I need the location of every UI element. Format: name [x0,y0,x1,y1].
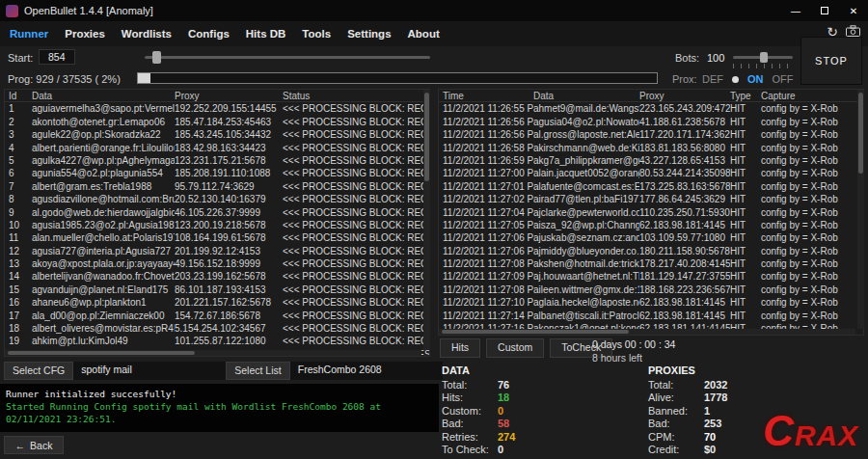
stat-credit: Credit:$0 [648,444,727,457]
title-bar: OpenBullet 1.4.4 [Anomaly] — ✕ [0,0,868,21]
proxy-mode-off[interactable]: OFF [773,73,794,85]
table-header: TimeDataProxyTypeCapture [439,90,863,102]
hits-table: TimeDataProxyTypeCapture11/2/2021 11:26:… [438,89,864,336]
table-row[interactable]: 11/2/2021 11:26:56 PMagusia04@o2.pl:Nowa… [439,116,863,128]
table-row[interactable]: 11/2/2021 11:27:06 PMajmiddy@blueyonder.… [439,245,863,257]
progress-label: Prog: 929 / 37535 ( 2%) [8,73,121,85]
table-row[interactable]: 2akontoth@otenet.gr:Lemapo06185.47.184.2… [5,116,429,128]
minimize-icon[interactable]: — [781,0,810,21]
table-row[interactable]: 11/2/2021 11:26:55 PMahmet9@mail.de:Wang… [439,102,863,115]
table-row[interactable]: 11/2/2021 11:26:58 PMakirschmann@web.de:… [439,142,863,154]
proxy-mode-def[interactable]: DEF [702,73,723,85]
table-row[interactable]: 11/2/2021 11:27:01 PMalafuente@comcast.e… [439,180,863,193]
menu-item-wordlists[interactable]: Wordlists [122,28,172,40]
table-row[interactable]: 1aguiavermelha3@sapo.pt:Vermelha...192.2… [5,102,429,115]
left-table-hscroll-thumb[interactable] [8,351,195,355]
back-button-label: Back [30,440,52,451]
table-row[interactable]: 11/2/2021 11:27:08 PMaileen.wittmer@gmx.… [439,284,863,296]
table-row[interactable]: 11/2/2021 11:27:05 PMaisza_92@wp.pl:Chan… [439,219,863,231]
runner-bots-table: IdDataProxyStatus1aguiavermelha3@sapo.pt… [4,89,430,357]
table-row[interactable]: 13akoya@xpost.plala.or.jp:ayayaay449.156… [5,257,429,270]
hits-table-vertical-scrollbar[interactable] [857,90,864,329]
stop-button[interactable]: STOP [800,37,862,85]
table-row[interactable]: 18albert_oliveres@movistar.es:pR4MIt5.15… [5,322,429,335]
table-row[interactable]: 17ala_d00@op.pl:Ziemniaczek00154.72.67.1… [5,310,429,322]
table-row[interactable]: 15agvanduijn@planet.nl:Eland17586.101.18… [5,284,429,296]
table-row[interactable]: 11/2/2021 11:27:10 PMaglaia.heckel@lapos… [439,296,863,309]
table-row[interactable]: 11/2/2021 11:26:59 PMakg7a_philippkramer… [439,154,863,167]
bots-slider-thumb[interactable] [760,52,768,63]
bots-slider-ticks [733,64,793,68]
selected-config-value[interactable]: spotify mail [73,362,226,380]
table-row[interactable]: 4albert.parienti@orange.fr:Liloulilou118… [5,142,429,154]
stat-total: Total:2032 [648,379,727,392]
progress-bar-fill [138,73,150,83]
bots-slider[interactable] [733,56,793,59]
table-row[interactable]: 11/2/2021 11:27:09 PMaj.houwaart@hetnet.… [439,270,863,283]
stat-custom: Custom:0 [442,405,515,418]
table-row[interactable]: 3agulek22@op.pl:Skoradzka22185.43.245.10… [5,128,429,141]
table-row[interactable]: 9al.godo@web.de:hierdawojjalgbio46.105.2… [5,206,429,219]
crax-watermark: CRAX [763,407,858,455]
close-icon[interactable]: ✕ [839,0,868,21]
proxy-mode-indicator-dot[interactable] [732,76,739,83]
window-title: OpenBullet 1.4.4 [Anomaly] [24,5,153,16]
back-button[interactable]: ← Back [4,436,64,454]
menu-item-settings[interactable]: Settings [347,28,391,40]
table-row[interactable]: 19ahkim@pt.lu:KimJol49101.255.87.122:108… [5,335,429,347]
table-row[interactable]: 11/2/2021 11:27:00 PMalain.jacquet0052@o… [439,167,863,179]
start-slider-thumb[interactable] [152,51,161,64]
table-row[interactable]: 6agunia554@o2.pl:plagunia554185.208.191.… [5,167,429,179]
left-table-horizontal-scrollbar[interactable] [5,350,421,356]
selected-wordlist-value[interactable]: FreshCombo 2608 [290,362,443,380]
hits-table-horizontal-scrollbar[interactable] [439,329,855,335]
table-row[interactable]: 5agulka4227@wp.pl:pAghelymaga4227123.231… [5,154,429,167]
menu-item-runner[interactable]: Runner [10,28,48,40]
table-row[interactable]: 11/2/2021 11:27:04 PMajclarke@pewterworl… [439,206,863,219]
proxy-mode-label: Prox: [672,73,697,85]
stat-retries: Retries:274 [442,431,515,445]
log-line: Runner initialized succesfully! [6,388,433,400]
table-row[interactable]: 16ahaneu6@wp.pl:plankton1201.221.157.162… [5,296,429,309]
stat-banned: Banned:1 [648,405,727,418]
hits-table-hscroll-thumb[interactable] [442,330,629,334]
stat-hits: Hits:18 [442,392,515,405]
start-slider[interactable] [145,56,430,59]
menu-item-configs[interactable]: Configs [188,28,230,40]
log-line: Started Running Config spotify mail with… [6,400,433,425]
menu-item-about[interactable]: About [408,28,440,40]
menu-bar: RunnerProxiesWordlistsConfigsHits DBTool… [0,21,868,46]
left-table-scroll-thumb[interactable] [424,93,429,181]
left-table-vertical-scrollbar[interactable] [423,90,430,350]
table-row[interactable]: 11/2/2021 11:27:08 PMakshen@hotmail.de:t… [439,257,863,270]
start-label: Start: [8,52,33,64]
table-row[interactable]: 11/2/2021 11:26:56 PMal.gross@laposte.ne… [439,128,863,141]
eta-label: 8 hours left [592,352,642,364]
table-row[interactable]: 11/2/2021 11:27:06 PMajuskab@seznam.cz:a… [439,231,863,244]
proxy-mode-toggle: DEF ON OFF [702,73,794,85]
start-value-field[interactable]: 854 [39,49,75,65]
hits-table-scroll-thumb[interactable] [858,93,863,174]
hits-button[interactable]: Hits [440,338,480,358]
menu-item-proxies[interactable]: Proxies [65,28,105,40]
table-row[interactable]: 14albertelijvan@wanadoo.fr:Chovet.4...20… [5,270,429,283]
proxy-mode-on[interactable]: ON [747,73,764,85]
maximize-icon[interactable] [810,0,839,21]
table-header: IdDataProxyStatus [5,90,429,102]
elapsed-timer: 0 days 00 : 00 : 34 [592,338,675,350]
custom-button[interactable]: Custom [486,338,544,358]
table-row[interactable]: 11/2/2021 11:27:14 PMalbanet@tiscali.it:… [439,310,863,322]
table-row[interactable]: 11/2/2021 11:27:02 PMairad77@tlen.pl:baF… [439,193,863,205]
table-row[interactable]: 10agusia1985.23@o2.pl:Agusia1985123.200.… [5,219,429,231]
table-row[interactable]: 7albert@gram.es:Trebla198895.79.112.74:3… [5,180,429,193]
config-selectors: Select CFG spotify mail Select List Fres… [4,362,443,380]
table-row[interactable]: 8agusdiazvillone@hotmail.com:Brun20.52.1… [5,193,429,205]
select-wordlist-button[interactable]: Select List [226,362,289,380]
table-row[interactable]: 11alan.mueller@chello.at:Polaris1976108.… [5,231,429,244]
select-config-button[interactable]: Select CFG [4,362,73,380]
menu-item-tools[interactable]: Tools [302,28,331,40]
menu-item-hits-db[interactable]: Hits DB [246,28,286,40]
table-row[interactable]: 12agusia727@interia.pl:Agusia727201.199.… [5,245,429,257]
runner-log: Runner initialized succesfully!Started R… [0,384,439,432]
result-buttons: Hits Custom ToCheck [440,338,612,358]
